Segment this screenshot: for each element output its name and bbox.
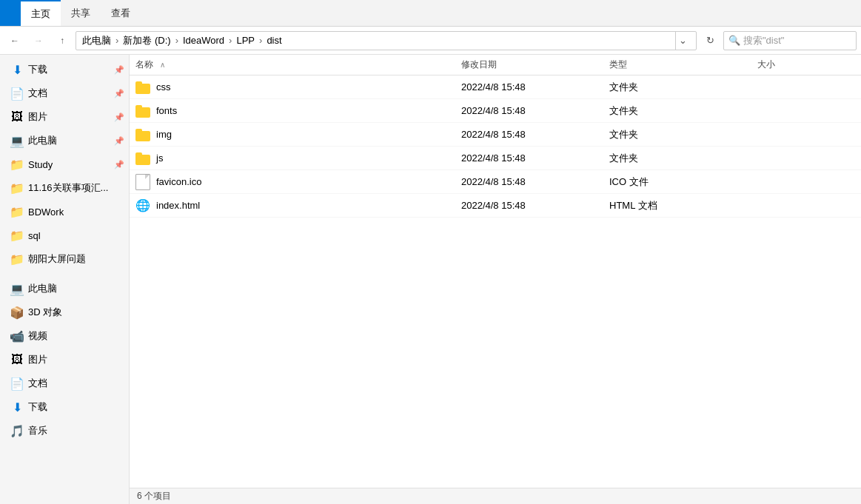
- sidebar-item-downloads[interactable]: ⬇ 下载 📌: [0, 58, 129, 81]
- sidebar-label: 此电脑: [28, 282, 57, 295]
- sidebar-label: 3D 对象: [28, 306, 62, 319]
- file-name-text: js: [156, 152, 163, 164]
- file-name-text: img: [156, 129, 172, 140]
- address-chevron[interactable]: ⌄: [675, 31, 690, 50]
- sort-arrow: ∧: [155, 61, 170, 69]
- sidebar-item-study[interactable]: 📁 Study 📌: [0, 152, 129, 176]
- sidebar-label: 图片: [28, 353, 47, 366]
- sidebar-label: BDWork: [28, 206, 64, 218]
- sidebar-label: 11.16关联事项汇...: [28, 181, 108, 195]
- download2-icon: ⬇: [10, 400, 24, 414]
- file-date: 2022/4/8 15:48: [455, 81, 603, 93]
- file-name: fonts: [130, 104, 455, 118]
- file-date: 2022/4/8 15:48: [455, 200, 603, 211]
- sidebar-label: Study: [28, 159, 53, 170]
- file-name: 🌐 index.html: [130, 198, 455, 213]
- up-button[interactable]: ↑: [52, 30, 73, 51]
- sidebar-item-this-pc[interactable]: 💻 此电脑 📌: [0, 129, 129, 152]
- status-count: 6 个项目: [137, 490, 171, 503]
- path-part-thispc[interactable]: 此电脑: [82, 34, 111, 47]
- file-name: img: [130, 128, 455, 141]
- sidebar-item-chaoyang[interactable]: 📁 朝阳大屏问题: [0, 247, 129, 271]
- sidebar-item-1116[interactable]: 📁 11.16关联事项汇...: [0, 176, 129, 200]
- file-date: 2022/4/8 15:48: [455, 176, 603, 187]
- col-header-name[interactable]: 名称 ∧: [130, 58, 455, 71]
- ribbon-tab-share[interactable]: 共享: [61, 0, 101, 26]
- file-name: favicon.ico: [130, 174, 455, 190]
- sidebar-item-3d[interactable]: 📦 3D 对象: [0, 300, 129, 324]
- file-list: css 2022/4/8 15:48 文件夹 fonts 2022/4/8 15…: [130, 75, 861, 488]
- sidebar-item-video[interactable]: 📹 视频: [0, 324, 129, 348]
- sidebar-item-downloads2[interactable]: ⬇ 下载: [0, 395, 129, 419]
- sidebar-label: 下载: [28, 63, 47, 76]
- address-path[interactable]: 名称 此电脑 › 新加卷 (D:) › IdeaWord › LPP › dis…: [76, 31, 697, 50]
- sidebar-item-documents[interactable]: 📄 文档 📌: [0, 81, 129, 105]
- table-row[interactable]: img 2022/4/8 15:48 文件夹: [130, 123, 861, 147]
- documents-icon: 📄: [10, 87, 24, 100]
- path-part-lpp[interactable]: LPP: [236, 35, 255, 46]
- sidebar-label: sql: [28, 230, 41, 241]
- sidebar-label: 此电脑: [28, 134, 57, 147]
- sidebar-item-sql[interactable]: 📁 sql: [0, 224, 129, 247]
- ribbon: 主页 共享 查看: [0, 0, 861, 27]
- study-folder-icon: 📁: [10, 158, 24, 171]
- pin-icon: 📌: [114, 136, 124, 146]
- folder-icon: [135, 128, 150, 141]
- col-header-size[interactable]: 大小: [751, 58, 861, 71]
- documents2-icon: 📄: [10, 377, 24, 390]
- file-type: HTML 文档: [603, 199, 751, 212]
- sidebar-item-this-pc-2[interactable]: 💻 此电脑: [0, 277, 129, 300]
- file-date: 2022/4/8 15:48: [455, 152, 603, 164]
- file-list-header: 名称 ∧ 修改日期 类型 大小: [130, 55, 861, 75]
- sidebar-item-bdwork[interactable]: 📁 BDWork: [0, 200, 129, 224]
- table-row[interactable]: 🌐 index.html 2022/4/8 15:48 HTML 文档: [130, 194, 861, 218]
- path-part-dist[interactable]: dist: [267, 35, 281, 46]
- pin-icon: 📌: [114, 112, 124, 122]
- file-name-text: css: [156, 81, 171, 93]
- table-row[interactable]: js 2022/4/8 15:48 文件夹: [130, 147, 861, 170]
- search-placeholder: 搜索"dist": [743, 34, 784, 47]
- folder-icon: [135, 104, 150, 118]
- path-sep-1: ›: [115, 35, 118, 46]
- pictures2-icon: 🖼: [10, 353, 24, 366]
- search-box[interactable]: 🔍 搜索"dist": [723, 31, 857, 50]
- ribbon-tab-home[interactable]: 主页: [21, 0, 61, 26]
- sidebar-label: 音乐: [28, 424, 47, 437]
- sidebar-label: 文档: [28, 377, 47, 390]
- path-sep-4: ›: [259, 35, 262, 46]
- file-name-text: index.html: [156, 200, 200, 211]
- search-icon: 🔍: [728, 35, 740, 46]
- path-sep-3: ›: [229, 35, 232, 46]
- back-button[interactable]: ←: [4, 30, 25, 51]
- pin-icon: 📌: [114, 89, 124, 98]
- pin-icon: 📌: [114, 160, 124, 169]
- sidebar-item-pictures[interactable]: 🖼 图片 📌: [0, 105, 129, 129]
- sidebar-label: 下载: [28, 400, 47, 414]
- table-row[interactable]: favicon.ico 2022/4/8 15:48 ICO 文件: [130, 170, 861, 194]
- ribbon-tab-view[interactable]: 查看: [101, 0, 141, 26]
- sidebar-item-pictures2[interactable]: 🖼 图片: [0, 348, 129, 372]
- address-bar: ← → ↑ 名称 此电脑 › 新加卷 (D:) › IdeaWord › LPP…: [0, 27, 861, 55]
- ribbon-accent: [0, 0, 21, 26]
- file-type: 文件夹: [603, 104, 751, 118]
- file-name: css: [130, 81, 455, 94]
- path-part-drive[interactable]: 新加卷 (D:): [123, 34, 170, 47]
- file-date: 2022/4/8 15:48: [455, 105, 603, 116]
- forward-button[interactable]: →: [28, 30, 49, 51]
- music-icon: 🎵: [10, 424, 24, 437]
- col-header-type[interactable]: 类型: [603, 58, 751, 71]
- sidebar-item-music[interactable]: 🎵 音乐: [0, 419, 129, 443]
- sidebar-item-documents2[interactable]: 📄 文档: [0, 372, 129, 395]
- table-row[interactable]: css 2022/4/8 15:48 文件夹: [130, 75, 861, 99]
- path-part-ideaword[interactable]: IdeaWord: [183, 35, 224, 46]
- folder-chaoyang-icon: 📁: [10, 252, 24, 266]
- sidebar-label: 文档: [28, 87, 47, 100]
- col-header-date[interactable]: 修改日期: [455, 58, 603, 71]
- folder-bdwork-icon: 📁: [10, 205, 24, 218]
- html-file-icon: 🌐: [135, 198, 150, 213]
- file-type: 文件夹: [603, 81, 751, 94]
- file-type: ICO 文件: [603, 175, 751, 189]
- table-row[interactable]: fonts 2022/4/8 15:48 文件夹: [130, 99, 861, 123]
- pc2-icon: 💻: [10, 282, 24, 295]
- refresh-button[interactable]: ↻: [700, 30, 720, 51]
